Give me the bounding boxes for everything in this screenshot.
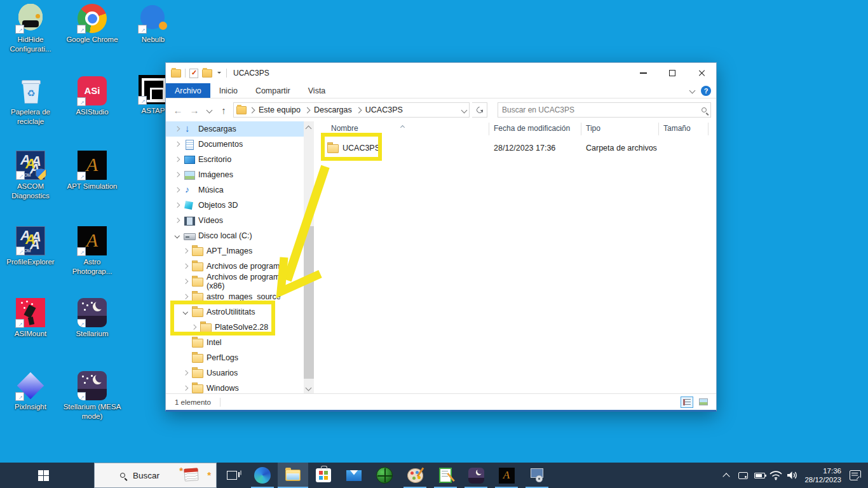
desktop-icon-apt-simulation[interactable]: APT Simulation [63, 151, 121, 191]
tree-item-escritorio[interactable]: Escritorio [166, 152, 304, 167]
taskbar-clock[interactable]: 17:36 28/12/2023 [801, 466, 845, 484]
tree-item-windows[interactable]: Windows [166, 381, 304, 393]
column-separator[interactable] [708, 123, 709, 135]
explorer-search-box[interactable] [498, 102, 711, 118]
taskbar-app-paint[interactable] [400, 463, 430, 488]
column-separator[interactable] [658, 123, 659, 135]
desktop-icon-ascom-diagnostics[interactable]: ASCOM Diagnostics [1, 151, 60, 201]
ribbon-collapse-chevron-icon[interactable] [689, 88, 696, 94]
taskbar-app-setup[interactable] [522, 463, 552, 488]
chevron-right-icon[interactable] [175, 142, 180, 146]
chevron-right-icon[interactable] [175, 173, 180, 177]
forward-button[interactable]: → [187, 105, 201, 116]
explorer-search-input[interactable] [502, 105, 702, 114]
column-header-fecha[interactable]: Fecha de modificación [494, 124, 570, 133]
desktop-icon-hidhide[interactable]: HidHide Configurati... [1, 4, 60, 54]
chevron-right-icon[interactable] [175, 203, 180, 207]
scroll-down-icon[interactable] [306, 383, 311, 388]
breadcrumb-ucac3ps[interactable]: UCAC3PS [364, 105, 404, 114]
chevron-right-icon[interactable] [175, 219, 180, 222]
tree-item-archivos-de-programa-x86[interactable]: Archivos de programa (x86) [166, 274, 304, 289]
tree-item-usuarios[interactable]: Usuarios [166, 365, 304, 381]
chevron-right-icon[interactable] [183, 386, 188, 390]
tree-item-perflogs[interactable]: PerfLogs [166, 350, 304, 365]
tree-item-intel[interactable]: Intel [166, 335, 304, 350]
large-icons-view-button[interactable] [697, 396, 710, 408]
taskbar-app-file-explorer[interactable] [278, 463, 308, 488]
desktop-icon-pixinsight[interactable]: PixInsight [1, 371, 60, 412]
chevron-right-icon[interactable] [175, 127, 180, 131]
title-bar[interactable]: UCAC3PS [166, 63, 716, 83]
desktop-icon-recycle-bin[interactable]: Papelera de reciclaje [1, 76, 60, 126]
taskbar-app-mail[interactable] [339, 463, 369, 488]
tree-item-apt-images[interactable]: APT_Images [166, 243, 304, 259]
tree-item-descargas[interactable]: Descargas [166, 121, 304, 137]
tray-overflow-button[interactable] [718, 463, 735, 488]
tab-vista[interactable]: Vista [299, 83, 335, 98]
tab-inicio[interactable]: Inicio [210, 83, 247, 98]
taskbar-app-stellarium[interactable] [461, 463, 491, 488]
taskbar-search-box[interactable]: * * [94, 463, 217, 488]
tray-volume-button[interactable] [784, 463, 801, 488]
breadcrumb-chevron-icon[interactable] [249, 107, 255, 113]
chevron-right-icon[interactable] [175, 158, 180, 161]
task-view-button[interactable] [217, 463, 247, 488]
column-separator[interactable] [581, 123, 581, 135]
refresh-button[interactable] [472, 102, 487, 118]
desktop-icon-asimount[interactable]: ASIMount [1, 298, 60, 339]
start-button[interactable] [28, 463, 58, 488]
breadcrumb-descargas[interactable]: Descargas [313, 105, 353, 114]
desktop-icon-profile-explorer[interactable]: ProfileExplorer [1, 226, 60, 267]
back-button[interactable]: ← [171, 105, 185, 116]
chevron-right-icon[interactable] [183, 280, 188, 283]
scroll-up-icon[interactable] [306, 124, 311, 129]
taskbar-app-phd2[interactable] [369, 463, 400, 488]
taskbar-app-store[interactable] [308, 463, 339, 488]
address-dropdown-chevron-icon[interactable] [461, 107, 468, 113]
chevron-right-icon[interactable] [183, 295, 188, 299]
chevron-right-icon[interactable] [183, 249, 188, 253]
column-header-nombre[interactable]: Nombre [331, 124, 358, 133]
tree-item-videos[interactable]: Vídeos [166, 213, 304, 228]
chevron-right-icon[interactable] [183, 264, 188, 268]
tree-item-documentos[interactable]: Documentos [166, 137, 304, 152]
tray-cast-button[interactable] [735, 463, 751, 488]
column-separator[interactable] [489, 123, 489, 135]
desktop-icon-asistudio[interactable]: ASIStudio [63, 76, 121, 117]
new-folder-icon[interactable] [202, 69, 212, 78]
taskbar-app-edge[interactable] [247, 463, 278, 488]
minimize-button[interactable] [628, 63, 658, 83]
action-center-button[interactable] [845, 463, 868, 488]
desktop-icon-astro-photography[interactable]: Astro Photograp... [63, 226, 121, 276]
tray-wifi-button[interactable] [768, 463, 784, 488]
column-header-tipo[interactable]: Tipo [586, 124, 600, 133]
tree-item-imagenes[interactable]: Imágenes [166, 167, 304, 182]
scrollbar-thumb[interactable] [304, 226, 314, 379]
desktop-icon-nebulb[interactable]: Nebulb [124, 4, 182, 44]
tree-item-musica[interactable]: Música [166, 182, 304, 198]
close-button[interactable] [687, 63, 716, 83]
tree-item-archivos-de-programa[interactable]: Archivos de programa [166, 259, 304, 274]
up-button[interactable]: ↑ [217, 105, 231, 116]
tree-item-objetos-3d[interactable]: Objetos 3D [166, 198, 304, 213]
chevron-down-icon[interactable] [175, 234, 180, 238]
breadcrumb-chevron-icon[interactable] [355, 107, 362, 113]
customize-qat-chevron-icon[interactable] [216, 70, 222, 76]
column-header-tamano[interactable]: Tamaño [663, 124, 691, 133]
recent-locations-chevron-icon[interactable] [204, 105, 214, 114]
tab-archivo[interactable]: Archivo [166, 83, 210, 98]
chevron-right-icon[interactable] [175, 188, 180, 192]
tree-item-disco-local-c[interactable]: Disco local (C:) [166, 228, 304, 243]
taskbar-app-apt[interactable] [491, 463, 522, 488]
tray-battery-button[interactable] [751, 463, 768, 488]
taskbar-search-input[interactable] [133, 471, 177, 480]
desktop-icon-stellarium-mesa[interactable]: Stellarium (MESA mode) [63, 371, 121, 421]
chevron-right-icon[interactable] [183, 371, 188, 375]
help-icon[interactable] [701, 86, 711, 96]
address-bar[interactable]: Este equipo Descargas UCAC3PS [233, 102, 470, 118]
properties-check-icon[interactable] [189, 69, 198, 78]
desktop-icon-stellarium[interactable]: Stellarium [63, 298, 121, 339]
breadcrumb-chevron-icon[interactable] [304, 107, 311, 113]
breadcrumb-este-equipo[interactable]: Este equipo [257, 105, 302, 114]
details-view-button[interactable] [681, 396, 693, 408]
